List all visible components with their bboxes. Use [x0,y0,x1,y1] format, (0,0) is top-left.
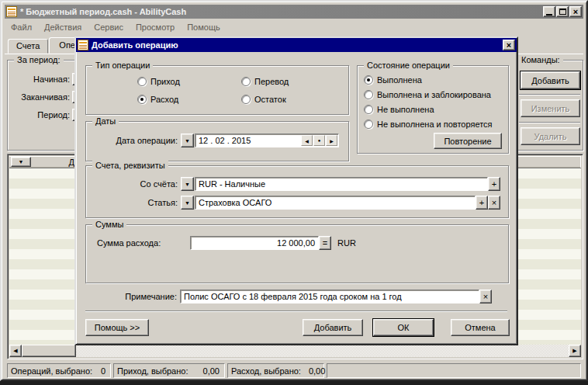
period-filter-title: За период: [14,55,64,64]
tab-accounts[interactable]: Счета [8,39,48,54]
radio-not-completed-repeats-label: Не выполнена и повторяется [377,120,493,129]
scroll-left-button[interactable]: ◀ [9,345,22,357]
radio-transfer[interactable]: Перевод [241,77,289,86]
sums-group: Суммы Сумма расхода: 12 000,00 = RUR [85,224,509,283]
scroll-right-button[interactable]: ▶ [569,345,581,357]
status-expense-label: Расход, выбрано: [231,366,301,376]
status-expense-value: 0,00 [301,366,325,376]
date-spinner: ◀ ● ▶ [300,135,337,146]
table-column-date[interactable]: Да [40,158,79,167]
radio-balance[interactable]: Остаток [241,95,286,104]
dialog-titlebar: Добавить операцию × [76,38,517,52]
calculator-button[interactable]: = [319,236,331,250]
close-button[interactable]: × [569,6,582,17]
menu-file[interactable]: Файл [5,21,38,33]
titlebar: * Бюджетный период.cash - AbilityCash × [5,5,583,19]
radio-not-completed[interactable]: Не выполнена [364,105,434,114]
command-add-button[interactable]: Добавить [521,71,580,89]
menu-actions[interactable]: Действия [38,21,88,33]
radio-checked-icon [364,75,373,85]
operation-state-title: Состояние операции [364,61,453,70]
menu-view[interactable]: Просмотр [130,21,181,33]
from-account-field[interactable]: RUR - Наличные [195,177,488,191]
status-income-label: Приход, выбрано: [117,366,189,376]
arrow-right-icon: ▶ [572,348,576,354]
note-field[interactable]: Полис ОСАГО с 18 февраля 2015 года сроко… [180,290,479,303]
radio-income[interactable]: Приход [137,77,180,86]
status-operations-value: 0 [93,366,105,376]
table-sort-button[interactable]: ▼ [11,157,31,167]
clear-category-button[interactable]: × [488,196,500,210]
radio-completed-locked[interactable]: Выполнена и заблокирована [364,90,491,99]
date-prev-button[interactable]: ◀ [301,135,313,146]
status-expense: Расход, выбрано: 0,00 [227,363,324,378]
radio-transfer-label: Перевод [254,77,289,86]
accounts-title: Счета, реквизиты [92,161,168,170]
repeat-button[interactable]: Повторение [434,133,502,149]
filter-start-label: Начиная: [33,75,70,84]
expense-sum-value: 12 000,00 [277,238,315,248]
operation-date-field[interactable]: 12 . 02 . 2015 ◀ ● ▶ [195,134,339,147]
status-income: Приход, выбрано: 0,00 [113,363,225,378]
operation-date-value: 12 . 02 . 2015 [199,136,251,145]
date-today-button[interactable]: ● [313,135,325,146]
add-operation-dialog: Добавить операцию × Тип операции Приход … [74,36,518,345]
command-edit-button[interactable]: Изменить [521,99,580,117]
add-account-button[interactable]: + [488,177,500,191]
equals-icon: = [323,238,327,248]
add-category-button[interactable]: + [476,196,488,210]
status-operations-label: Операций, выбрано: [11,366,92,376]
dialog-title: Добавить операцию [92,40,502,50]
dialog-close-button[interactable]: × [503,40,515,50]
radio-not-completed-repeats[interactable]: Не выполнена и повторяется [364,120,493,129]
radio-completed[interactable]: Выполнена [364,75,422,85]
radio-expense[interactable]: Расход [137,95,178,104]
expense-sum-field[interactable]: 12 000,00 [190,236,319,250]
close-icon: × [492,198,496,207]
menu-help[interactable]: Помощь [181,21,227,33]
from-account-label: Со счёта: [92,179,178,189]
filter-period-label: Период: [37,110,70,120]
radio-icon [364,120,373,129]
commands-separator [519,94,580,95]
horizontal-scrollbar[interactable]: ◀ ▶ [9,345,581,357]
cancel-button[interactable]: Отмена [451,319,510,336]
clear-note-button[interactable]: × [479,290,492,303]
ok-button[interactable]: ОК [373,319,434,336]
status-operations: Операций, выбрано: 0 [7,363,111,378]
from-account-dropdown[interactable]: ▼ [181,177,194,191]
dates-group: Даты Дата операции: ▼ 12 . 02 . 2015 ◀ ●… [85,121,349,161]
radio-completed-locked-label: Выполнена и заблокирована [377,90,491,99]
help-button[interactable]: Помощь >> [85,319,149,336]
command-delete-button[interactable]: Удалить [521,127,580,145]
dialog-icon [78,40,88,50]
operation-type-group: Тип операции Приход Перевод Расход Остат… [85,65,349,115]
category-row: Статья: ▼ Страховка ОСАГО + × [92,196,500,210]
category-field[interactable]: Страховка ОСАГО [195,196,476,210]
commands-separator [519,122,580,123]
currency-label: RUR [337,238,356,248]
date-dropdown-button[interactable]: ▼ [181,134,194,147]
close-icon: × [573,8,578,16]
accounts-group: Счета, реквизиты Со счёта: ▼ RUR - Налич… [85,165,509,218]
maximize-button[interactable] [556,6,569,17]
date-next-button[interactable]: ▶ [326,135,337,146]
menu-service[interactable]: Сервис [88,21,130,33]
operation-type-title: Тип операции [92,61,153,70]
expense-sum-row: Сумма расхода: 12 000,00 = RUR [97,236,356,250]
arrow-left-icon: ◀ [13,348,17,354]
dialog-add-button[interactable]: Добавить [303,319,363,336]
category-label: Статья: [92,198,178,207]
radio-not-completed-label: Не выполнена [377,105,434,114]
note-label: Примечание: [85,292,177,301]
radio-balance-label: Остаток [254,95,286,104]
buttons-separator [85,310,507,312]
category-value: Страховка ОСАГО [199,198,272,207]
status-income-value: 0,00 [195,366,220,376]
dates-title: Даты [92,116,119,126]
radio-expense-label: Расход [150,95,178,104]
scrollbar-thumb[interactable] [22,345,76,357]
minimize-button[interactable] [543,6,555,17]
plus-icon: + [479,198,484,207]
category-dropdown[interactable]: ▼ [181,196,194,210]
